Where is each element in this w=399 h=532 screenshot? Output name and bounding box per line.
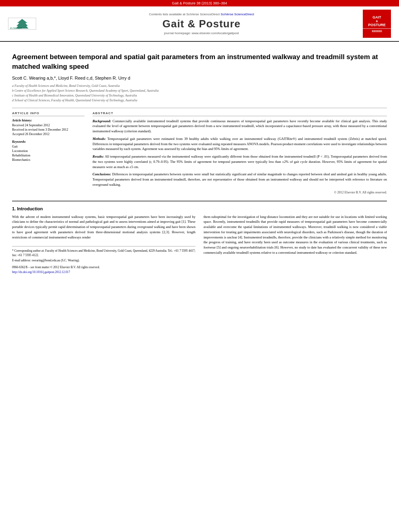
elsevier-logo: ELSEVIER (8, 18, 40, 30)
affiliation-c: c Institute of Health and Biomedical Inn… (12, 93, 387, 98)
journal-citation-bar: Gait & Posture 38 (2013) 380–384 (0, 0, 399, 6)
gait-posture-logo: GAIT & POSTURE ||||||||||||||| (363, 10, 391, 38)
journal-header: ELSEVIER Contents lists available at Sci… (0, 6, 399, 42)
accepted-date: Accepted 26 December 2012 (12, 132, 84, 136)
journal-citation: Gait & Posture 38 (2013) 380–384 (172, 1, 227, 5)
article-info-label: ARTICLE INFO (12, 111, 84, 116)
intro-right-text: them suboptimal for the investigation of… (204, 214, 387, 255)
results-text: All temporospatial parameters measured v… (93, 154, 387, 169)
methods-label: Methods: (93, 137, 106, 141)
results-label: Results: (93, 154, 104, 158)
abstract-label: ABSTRACT (93, 111, 387, 116)
intro-left-column: With the advent of modern instrumented w… (12, 214, 195, 274)
keyword-rehabilitation: Rehabilitation (12, 154, 84, 157)
abstract-copyright: © 2012 Elsevier B.V. All rights reserved… (93, 191, 387, 194)
abstract-results: Results: All temporospatial parameters m… (93, 154, 387, 169)
affiliations: a Faculty of Health Sciences and Medicin… (12, 84, 387, 103)
abstract-conclusions: Conclusions: Differences in temporospati… (93, 172, 387, 187)
article-info-abstract-section: ARTICLE INFO Article history: Received 2… (12, 111, 387, 194)
header-divider (12, 108, 387, 108)
history-label: Article history: (12, 119, 84, 122)
intro-right-column: them suboptimal for the investigation of… (204, 214, 387, 274)
authors-line: Scott C. Wearing a,b,*, Lloyd F. Reed c,… (12, 76, 387, 80)
article-info-column: ARTICLE INFO Article history: Received 2… (12, 111, 84, 194)
background-text: Commercially available instrumented trea… (93, 119, 387, 134)
authors-text: Scott C. Wearing a,b,*, Lloyd F. Reed c,… (12, 76, 130, 80)
methods-text: Temporospatial gait parameters were esti… (93, 137, 387, 151)
keyword-gait: Gait (12, 145, 84, 148)
journal-homepage: journal homepage: www.elsevier.com/locat… (40, 31, 363, 35)
affiliation-d: d School of Clinical Sciences, Faculty o… (12, 98, 387, 103)
affiliation-a: a Faculty of Health Sciences and Medicin… (12, 84, 387, 88)
intro-left-text: With the advent of modern instrumented w… (12, 214, 195, 240)
abstract-methods: Methods: Temporospatial gait parameters … (93, 136, 387, 152)
keyword-biomechanics: Biomechanics (12, 158, 84, 162)
email-note: E-mail address: swearing@bond.edu.au (S.… (12, 259, 195, 263)
footnote-area: * Corresponding author at: Faculty of He… (12, 246, 195, 274)
received-revised-date: Received in revised form 3 December 2012 (12, 128, 84, 131)
introduction-columns: With the advent of modern instrumented w… (12, 214, 387, 274)
background-label: Background: (93, 119, 111, 123)
journal-title: Gait & Posture (40, 18, 363, 30)
journal-header-center: Contents lists available at SciVerse Sci… (40, 12, 363, 35)
keyword-locomotion: Locomotion (12, 149, 84, 153)
introduction-heading: 1. Introduction (12, 206, 387, 211)
issn-line: 0966-6362/$ – see front matter © 2012 El… (12, 265, 195, 269)
doi-link: http://dx.doi.org/10.1016/j.gaitpost.201… (12, 270, 195, 274)
conclusions-label: Conclusions: (93, 172, 111, 176)
article-title: Agreement between temporal and spatial g… (12, 52, 387, 72)
received-date: Received 24 September 2012 (12, 123, 84, 127)
sciencedirect-link[interactable]: SciVerse ScienceDirect (221, 12, 254, 16)
abstract-background: Background: Commercially available instr… (93, 119, 387, 134)
main-content: Agreement between temporal and spatial g… (0, 42, 399, 278)
elsevier-logo-image: ELSEVIER (8, 18, 36, 30)
keywords-section: Keywords: Gait Locomotion Rehabilitation… (12, 140, 84, 162)
svg-text:ELSEVIER: ELSEVIER (10, 27, 22, 29)
affiliation-b: b Centre of Excellence for Applied Sport… (12, 88, 387, 93)
keywords-label: Keywords: (12, 140, 84, 144)
sciencedirect-line: Contents lists available at SciVerse Sci… (40, 12, 363, 16)
introduction-section: 1. Introduction With the advent of moder… (12, 201, 387, 274)
conclusions-text: Differences in temporospatial parameters… (93, 172, 387, 187)
abstract-column: ABSTRACT Background: Commercially availa… (93, 111, 387, 194)
corresponding-author-note: * Corresponding author at: Faculty of He… (12, 249, 195, 257)
